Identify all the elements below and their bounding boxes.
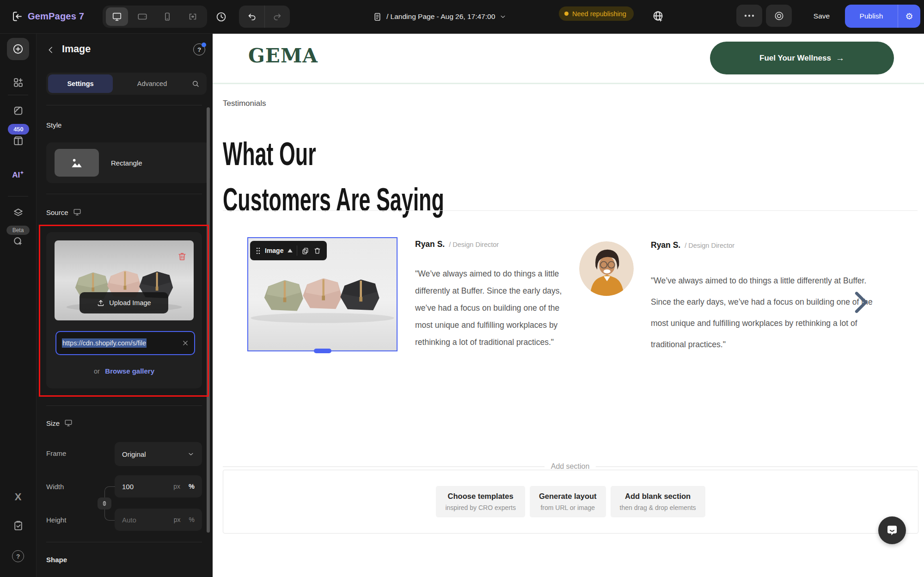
undo-button[interactable] <box>239 12 264 22</box>
divider <box>46 105 202 105</box>
device-responsive-icon[interactable] <box>182 7 204 26</box>
page-icon <box>373 12 382 22</box>
resize-handle[interactable] <box>314 349 331 353</box>
live-chat-button[interactable] <box>878 516 906 544</box>
add-element-button[interactable] <box>0 38 36 60</box>
store-logo[interactable]: GEMA <box>248 44 318 67</box>
choose-templates-button[interactable]: Choose templates inspired by CRO experts <box>436 486 525 517</box>
upload-icon <box>97 299 105 307</box>
delete-element-icon[interactable] <box>313 247 321 255</box>
divider <box>297 246 297 256</box>
settings-panel: Image ? Settings Advanced Style Rectangl… <box>36 33 213 577</box>
clear-url-icon[interactable] <box>182 340 189 346</box>
package-icon <box>12 135 24 147</box>
testimonial-author-2[interactable]: Ryan S. / Design Director <box>651 240 734 250</box>
option-title: Add blank section <box>620 492 696 501</box>
height-unit-percent[interactable]: % <box>189 516 195 523</box>
divider <box>8 95 28 95</box>
search-icon[interactable] <box>191 80 204 88</box>
tab-advanced[interactable]: Advanced <box>113 80 191 87</box>
help-button[interactable]: ? <box>0 550 36 562</box>
cta-button[interactable]: Fuel Your Wellness → <box>710 42 894 74</box>
element-toolbar: Image <box>250 241 327 260</box>
arrow-right-icon: → <box>836 53 844 63</box>
element-type-label: Image <box>265 247 283 254</box>
duplicate-icon[interactable] <box>301 247 309 255</box>
frame-select[interactable]: Original <box>115 442 202 466</box>
gempages-editor: GemPages 7 <box>0 0 924 577</box>
preview-button[interactable] <box>766 5 792 27</box>
app-logo[interactable]: GemPages 7 <box>28 11 84 22</box>
swatch-icon <box>12 105 24 117</box>
link-dimensions-toggle[interactable] <box>98 497 111 509</box>
back-button[interactable] <box>46 45 55 55</box>
carousel-next-button[interactable] <box>854 291 868 313</box>
save-button[interactable]: Save <box>804 5 839 28</box>
layers-button[interactable] <box>0 207 36 219</box>
templates-button[interactable] <box>0 135 36 147</box>
device-tablet-icon[interactable] <box>131 7 153 26</box>
browse-gallery-link[interactable]: Browse gallery <box>105 367 154 375</box>
add-blank-section-button[interactable]: Add blank section then drag & drop eleme… <box>611 486 705 517</box>
image-icon <box>70 157 84 169</box>
plus-circle-icon <box>12 43 24 55</box>
add-section-box: Choose templates inspired by CRO experts… <box>223 470 918 534</box>
shape-heading: Shape <box>46 556 67 564</box>
publish-button[interactable]: Publish <box>845 12 898 20</box>
status-badge: Need republishing <box>559 6 634 21</box>
style-option-label: Rectangle <box>111 159 142 167</box>
upload-image-button[interactable]: Upload Image <box>80 292 168 313</box>
width-unit-px[interactable]: px <box>173 483 180 490</box>
selected-image-element[interactable]: Image <box>247 237 398 351</box>
sparkle-icon: ✦ <box>20 170 24 175</box>
frame-label: Frame <box>46 449 66 457</box>
tab-settings[interactable]: Settings <box>48 74 113 93</box>
left-icon-rail: 450 AI✦ Beta X ? <box>0 33 37 577</box>
chat-bubble-icon <box>885 523 899 537</box>
panel-help-button[interactable]: ? <box>193 43 205 55</box>
testimonial-avatar[interactable] <box>579 241 634 296</box>
testimonial-quote-1[interactable]: "We’ve always aimed to do things a littl… <box>415 265 566 351</box>
publish-settings-gear-icon[interactable]: ⚙ <box>898 11 920 22</box>
sections-library-button[interactable] <box>0 77 36 88</box>
interactions-button[interactable] <box>0 236 36 247</box>
style-option-rectangle[interactable]: Rectangle <box>46 142 210 183</box>
testimonial-quote-2[interactable]: "We’ve always aimed to do things a littl… <box>651 270 881 355</box>
chain-link-icon <box>101 500 108 507</box>
option-title: Choose templates <box>445 492 516 501</box>
ai-assistant-button[interactable]: AI✦ <box>0 170 36 180</box>
page-title-group[interactable]: / Landing Page - Aug 26, 17:47:00 <box>373 8 507 25</box>
device-desktop-icon[interactable] <box>106 7 128 26</box>
generate-layout-button[interactable]: Generate layout from URL or image <box>530 486 606 517</box>
preview-target-icon <box>774 11 784 21</box>
height-unit-px[interactable]: px <box>174 516 181 523</box>
checklist-button[interactable] <box>0 520 36 531</box>
select-parent-icon[interactable] <box>288 249 293 252</box>
redo-button[interactable] <box>265 12 290 22</box>
integration-x-button[interactable]: X <box>0 491 36 503</box>
divider <box>46 542 202 542</box>
history-icon[interactable] <box>215 11 227 23</box>
translate-globe-icon[interactable] <box>652 10 664 23</box>
height-placeholder: Auto <box>122 516 136 524</box>
remove-image-button[interactable] <box>177 252 187 262</box>
device-mobile-icon[interactable] <box>156 7 178 26</box>
exit-editor-icon[interactable] <box>11 10 24 23</box>
drag-handle-icon[interactable] <box>256 247 261 255</box>
undo-redo-group <box>239 6 290 28</box>
width-unit-percent[interactable]: % <box>189 483 195 490</box>
option-subtitle: inspired by CRO experts <box>445 504 516 511</box>
theme-styles-button[interactable] <box>0 105 36 117</box>
source-heading-row: Source <box>46 208 81 216</box>
status-badge-label: Need republishing <box>572 10 626 18</box>
author-name: Ryan S. <box>415 239 445 249</box>
section-heading[interactable]: What Our Customers Are Saying <box>223 131 444 223</box>
section-eyebrow[interactable]: Testimonials <box>223 99 266 108</box>
more-options-button[interactable] <box>736 5 762 27</box>
width-label: Width <box>46 483 64 491</box>
panel-scrollbar[interactable] <box>207 107 210 533</box>
image-url-input[interactable]: https://cdn.shopify.com/s/file <box>55 331 195 355</box>
height-input[interactable]: Auto px % <box>115 509 202 531</box>
width-input[interactable]: 100 px % <box>115 475 202 497</box>
testimonial-author-1[interactable]: Ryan S. / Design Director <box>415 239 499 249</box>
